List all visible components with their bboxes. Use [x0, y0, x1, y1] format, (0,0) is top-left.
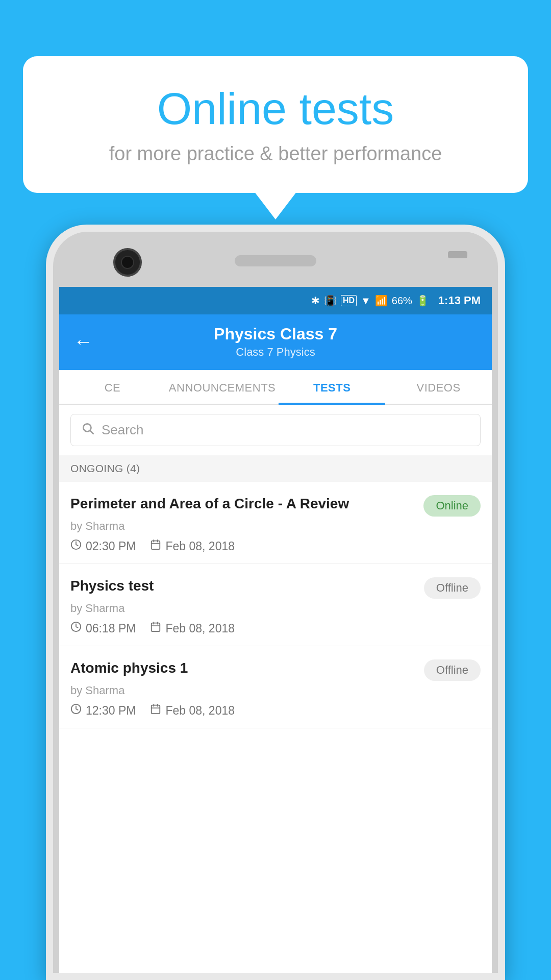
status-time: 1:13 PM	[438, 294, 481, 307]
clock-icon	[70, 621, 82, 635]
back-button[interactable]: ←	[73, 331, 93, 353]
tab-ce[interactable]: CE	[59, 370, 166, 404]
calendar-icon	[150, 703, 161, 718]
status-badge: Offline	[424, 659, 481, 681]
test-item[interactable]: Perimeter and Area of a Circle - A Revie…	[59, 482, 492, 564]
search-icon	[81, 422, 94, 438]
phone-button	[448, 251, 467, 258]
status-bar: ✱ 📳 HD ▼ 📶 66% 🔋 1:13 PM	[59, 287, 492, 314]
test-title: Atomic physics 1	[70, 658, 415, 678]
test-time: 02:30 PM	[86, 540, 136, 553]
test-title: Perimeter and Area of a Circle - A Revie…	[70, 494, 414, 513]
battery-icon: 🔋	[416, 295, 429, 307]
signal-icon: 📶	[375, 295, 388, 307]
test-time-item: 02:30 PM	[70, 539, 136, 553]
bluetooth-icon: ✱	[311, 295, 320, 307]
bubble-title: Online tests	[54, 84, 497, 134]
status-badge: Online	[423, 495, 481, 517]
phone-inner: ✱ 📳 HD ▼ 📶 66% 🔋 1:13 PM ← Physics Class…	[53, 232, 498, 973]
search-container: Search	[59, 405, 492, 455]
tab-videos[interactable]: VIDEOS	[385, 370, 492, 404]
svg-rect-3	[152, 541, 160, 550]
test-author: by Sharma	[70, 520, 481, 533]
test-meta-row: 02:30 PM Feb 08, 201	[70, 539, 481, 553]
test-title: Physics test	[70, 576, 415, 596]
test-date: Feb 08, 2018	[165, 540, 235, 553]
tab-tests[interactable]: TESTS	[279, 370, 385, 404]
tab-announcements[interactable]: ANNOUNCEMENTS	[166, 370, 279, 404]
calendar-icon	[150, 539, 161, 553]
vibrate-icon: 📳	[324, 295, 337, 307]
battery-percent: 66%	[392, 295, 412, 307]
clock-icon	[70, 703, 82, 718]
svg-rect-13	[152, 705, 160, 714]
wifi-icon: ▼	[361, 295, 371, 307]
test-meta-row: 06:18 PM Feb 08, 201	[70, 621, 481, 635]
section-header-label: ONGOING (4)	[70, 462, 140, 474]
test-meta-row: 12:30 PM Feb 08, 201	[70, 703, 481, 718]
test-time: 12:30 PM	[86, 704, 136, 718]
test-date-item: Feb 08, 2018	[150, 703, 235, 718]
test-list: Perimeter and Area of a Circle - A Revie…	[59, 482, 492, 728]
test-author: by Sharma	[70, 602, 481, 615]
phone-camera	[113, 248, 142, 277]
section-header: ONGOING (4)	[59, 455, 492, 482]
svg-rect-8	[152, 623, 160, 632]
test-item-row: Perimeter and Area of a Circle - A Revie…	[70, 494, 481, 517]
phone-screen: ✱ 📳 HD ▼ 📶 66% 🔋 1:13 PM ← Physics Class…	[59, 287, 492, 973]
app-bar: ← Physics Class 7 Class 7 Physics	[59, 314, 492, 370]
search-input-placeholder: Search	[102, 422, 143, 438]
phone-frame: ✱ 📳 HD ▼ 📶 66% 🔋 1:13 PM ← Physics Class…	[46, 225, 505, 980]
app-bar-subtitle: Class 7 Physics	[105, 346, 446, 359]
clock-icon	[70, 539, 82, 553]
test-author: by Sharma	[70, 684, 481, 697]
test-item-row: Atomic physics 1 Offline	[70, 658, 481, 681]
app-bar-row: ← Physics Class 7 Class 7 Physics	[73, 325, 478, 359]
status-badge: Offline	[424, 577, 481, 599]
test-date-item: Feb 08, 2018	[150, 539, 235, 553]
bubble-subtitle: for more practice & better performance	[54, 143, 497, 165]
hd-icon: HD	[341, 295, 357, 306]
status-bar-icons: ✱ 📳 HD ▼ 📶 66% 🔋	[311, 295, 429, 307]
svg-line-1	[90, 431, 93, 434]
calendar-icon	[150, 621, 161, 635]
test-item[interactable]: Atomic physics 1 Offline by Sharma	[59, 646, 492, 728]
test-time-item: 12:30 PM	[70, 703, 136, 718]
test-date: Feb 08, 2018	[165, 622, 235, 635]
tabs-bar: CE ANNOUNCEMENTS TESTS VIDEOS	[59, 370, 492, 405]
phone-speaker	[235, 255, 316, 266]
test-time-item: 06:18 PM	[70, 621, 136, 635]
test-date-item: Feb 08, 2018	[150, 621, 235, 635]
test-item-row: Physics test Offline	[70, 576, 481, 599]
test-time: 06:18 PM	[86, 622, 136, 635]
app-bar-title: Physics Class 7	[105, 325, 446, 344]
speech-bubble: Online tests for more practice & better …	[23, 56, 528, 193]
search-bar[interactable]: Search	[70, 414, 481, 446]
test-item[interactable]: Physics test Offline by Sharma	[59, 564, 492, 646]
test-date: Feb 08, 2018	[165, 704, 235, 718]
